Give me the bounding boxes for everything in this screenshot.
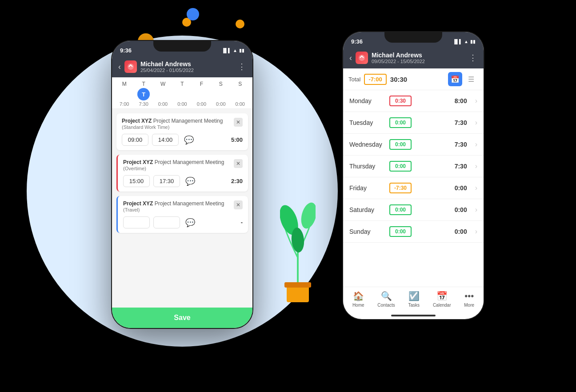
nav-more[interactable]: ••• More [464, 291, 474, 308]
day-friday-circle [195, 88, 208, 100]
entry-overtime-chat-icon[interactable]: 💬 [185, 176, 195, 186]
phone-2-user-name: Michael Andrews [372, 52, 465, 59]
day-monday-hours: 7:00 [120, 101, 129, 107]
thursday-chevron-icon: › [475, 162, 477, 170]
phone-2-inner: 9:36 ▐▌▌ ▲ ▮▮ ‹ Michael Andrews 09/05/20… [343, 32, 484, 319]
entry-standard-end[interactable] [152, 134, 179, 146]
entry-travel-chat-icon[interactable]: 💬 [185, 218, 195, 228]
day-wednesday-hours: 0:00 [158, 101, 168, 107]
entry-standard-meeting: Project Management Meeting [153, 118, 223, 124]
saturday-label: Saturday [349, 206, 385, 213]
svg-rect-2 [284, 282, 311, 288]
week-row-saturday[interactable]: Saturday 0:00 0:00 › [343, 199, 484, 221]
day-monday[interactable]: M 7:00 [118, 81, 131, 107]
entry-standard-duration: 5:00 [231, 136, 243, 143]
wednesday-label: Wednesday [349, 141, 385, 148]
day-saturday[interactable]: S 0:00 [215, 81, 227, 107]
week-row-monday[interactable]: Monday 0:30 8:00 › [343, 90, 484, 112]
entry-overtime-meeting: Project Management Meeting [155, 159, 224, 165]
week-row-thursday[interactable]: Thursday 0:00 7:30 › [343, 156, 484, 177]
day-tuesday-circle: T [137, 88, 150, 100]
day-sunday[interactable]: S 0:00 [234, 81, 246, 107]
day-saturday-circle [215, 88, 227, 100]
nav-calendar[interactable]: 📅 Calendar [433, 291, 451, 308]
day-saturday-hours: 0:00 [216, 101, 225, 107]
entry-overtime-end[interactable] [153, 175, 180, 187]
phone-2-header: ‹ Michael Andrews 09/05/2022 - 15/05/202… [343, 48, 484, 68]
phone-1-menu-btn[interactable]: ⋮ [238, 62, 246, 72]
phone-2-menu-btn[interactable]: ⋮ [469, 53, 477, 63]
svg-point-4 [299, 201, 316, 230]
day-sunday-circle [234, 88, 246, 100]
week-row-friday[interactable]: Friday -7:30 0:00 › [343, 177, 484, 199]
entry-standard-start[interactable] [122, 134, 148, 146]
day-thursday-letter: T [180, 81, 184, 87]
wednesday-chevron-icon: › [475, 140, 477, 148]
day-tuesday[interactable]: T T 7:30 [137, 81, 150, 107]
friday-label: Friday [349, 184, 385, 192]
day-friday-hours: 0:00 [197, 101, 206, 107]
dot-3 [187, 8, 199, 20]
day-sunday-letter: S [238, 81, 242, 87]
day-monday-circle [118, 88, 131, 100]
entry-standard-times: 💬 5:00 [122, 134, 243, 146]
plant-decoration [280, 196, 316, 307]
entry-travel-type: (Travel) [123, 207, 140, 212]
day-saturday-letter: S [219, 81, 223, 87]
day-monday-letter: M [122, 81, 127, 87]
nav-home[interactable]: 🏠 Home [352, 291, 364, 308]
calendar-view-btn[interactable]: 📅 [448, 72, 462, 86]
signal-icon: ▐▌▌ [222, 48, 231, 53]
day-thursday-circle [176, 88, 188, 100]
week-row-wednesday[interactable]: Wednesday 0:00 7:30 › [343, 134, 484, 156]
phone-1-user-name: Michael Andrews [140, 60, 234, 68]
monday-chevron-icon: › [475, 97, 477, 105]
friday-worked: 0:00 [416, 184, 467, 192]
phone-2-header-text: Michael Andrews 09/05/2022 - 15/05/2022 [372, 52, 465, 64]
phone-2-back-btn[interactable]: ‹ [349, 53, 352, 63]
week-rows: Monday 0:30 8:00 › Tuesday 0:00 7:30 › W… [343, 90, 484, 287]
home-indicator [391, 315, 436, 316]
entry-overtime-close-btn[interactable]: ✕ [234, 159, 243, 168]
phone-2-logo [356, 52, 368, 64]
entry-travel-project: Project XYZ [123, 200, 153, 207]
day-thursday[interactable]: T 0:00 [176, 81, 188, 107]
list-view-btn[interactable]: ☰ [464, 72, 478, 86]
entry-standard-title: Project XYZ Project Management Meeting (… [122, 118, 234, 130]
thursday-label: Thursday [349, 163, 385, 170]
phone-1-time: 9:36 [120, 47, 132, 54]
sunday-worked: 0:00 [416, 228, 467, 235]
week-row-sunday[interactable]: Sunday 0:00 0:00 › [343, 221, 484, 243]
entry-standard-close-btn[interactable]: ✕ [234, 118, 243, 127]
save-button[interactable]: Save [112, 308, 252, 328]
entry-standard-chat-icon[interactable]: 💬 [184, 135, 194, 145]
tasks-icon: ☑️ [408, 291, 420, 301]
monday-label: Monday [349, 97, 385, 104]
phone-1-back-btn[interactable]: ‹ [118, 62, 121, 72]
entry-travel-close-btn[interactable]: ✕ [234, 200, 243, 209]
phone-1-notch [153, 40, 211, 52]
entry-travel-duration: - [241, 219, 243, 226]
day-friday[interactable]: F 0:00 [195, 81, 208, 107]
plant-svg [280, 196, 316, 307]
phone-1-day-selector: M 7:00 T T 7:30 W 0:00 T 0:00 [112, 77, 252, 109]
nav-contacts[interactable]: 🔍 Contacts [377, 291, 395, 308]
bottom-nav: 🏠 Home 🔍 Contacts ☑️ Tasks 📅 Calendar ••… [343, 287, 484, 313]
day-wednesday[interactable]: W 0:00 [157, 81, 169, 107]
entry-travel-start[interactable] [123, 216, 150, 228]
entry-travel-header: Project XYZ Project Management Meeting (… [123, 200, 243, 213]
entry-standard-type: (Standard Work Time) [122, 124, 169, 130]
entry-travel-end[interactable] [153, 216, 180, 228]
day-sunday-hours: 0:00 [236, 101, 245, 107]
total-label: Total [348, 76, 360, 83]
wifi-icon: ▲ [233, 48, 237, 53]
entry-travel: Project XYZ Project Management Meeting (… [116, 196, 248, 233]
more-icon: ••• [464, 291, 474, 301]
week-row-tuesday[interactable]: Tuesday 0:00 7:30 › [343, 112, 484, 134]
nav-tasks[interactable]: ☑️ Tasks [408, 291, 420, 308]
entry-overtime-times: 💬 2:30 [123, 175, 243, 187]
entry-standard-header: Project XYZ Project Management Meeting (… [122, 118, 243, 130]
day-tuesday-letter: T [142, 81, 145, 87]
entry-overtime-start[interactable] [123, 175, 150, 187]
p2-wifi-icon: ▲ [464, 39, 468, 44]
